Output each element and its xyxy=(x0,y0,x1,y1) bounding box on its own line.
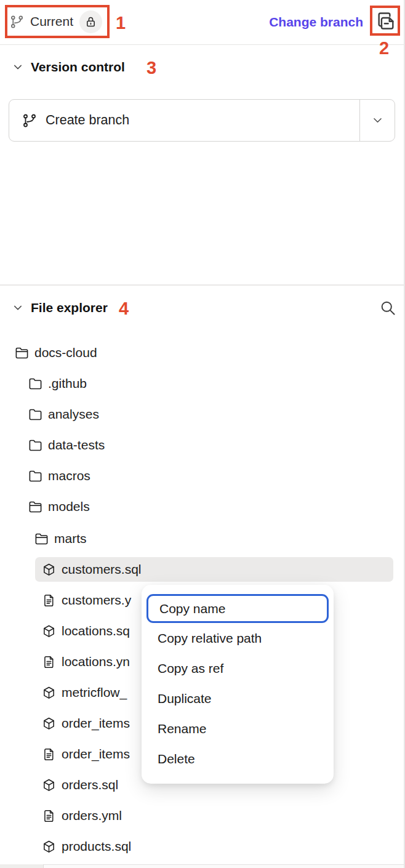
yml-file-icon xyxy=(42,593,56,608)
menu-item-delete[interactable]: Delete xyxy=(142,744,334,774)
current-branch-selector[interactable]: Current xyxy=(10,9,102,34)
menu-item-rename[interactable]: Rename xyxy=(142,713,334,744)
tree-row-analyses[interactable]: analyses xyxy=(0,399,404,430)
tree-row-orders-yml[interactable]: orders.yml xyxy=(0,800,404,831)
git-branch-icon xyxy=(22,113,37,128)
file-search-button[interactable] xyxy=(376,296,399,319)
annotation-number-1: 1 xyxy=(116,13,126,33)
model-cube-icon xyxy=(42,563,56,577)
bottom-panel-edge xyxy=(0,864,405,868)
menu-item-copy-relative-path[interactable]: Copy relative path xyxy=(142,623,334,653)
tree-row-marts[interactable]: marts xyxy=(0,523,404,554)
branch-name-label: Current xyxy=(30,14,73,29)
tree-row-github[interactable]: .github xyxy=(0,368,404,399)
chevron-down-icon xyxy=(372,115,383,126)
file-explorer-section-header[interactable]: File explorer xyxy=(0,297,405,318)
folder-open-icon xyxy=(34,532,49,546)
file-context-menu: Copy name Copy relative path Copy as ref… xyxy=(142,585,334,784)
model-cube-icon xyxy=(42,717,56,731)
annotation-number-3: 3 xyxy=(146,58,156,78)
tree-row-products-sql[interactable]: products.sql xyxy=(0,831,404,862)
branch-header: Current Change branch xyxy=(0,0,405,44)
model-cube-icon xyxy=(42,840,56,854)
version-control-title: Version control xyxy=(31,60,125,74)
ide-sidebar: Current Change branch Version control Cr xyxy=(0,0,405,868)
change-branch-link[interactable]: Change branch xyxy=(269,15,363,30)
folder-icon xyxy=(28,377,42,391)
tree-row-models[interactable]: models xyxy=(0,491,404,522)
chevron-down-icon xyxy=(12,62,23,73)
tree-row-macros[interactable]: macros xyxy=(0,460,404,491)
create-branch-button[interactable]: Create branch xyxy=(9,100,359,141)
annotation-number-2: 2 xyxy=(379,38,389,58)
section-divider xyxy=(0,284,405,286)
branch-lock-badge xyxy=(79,10,102,33)
model-cube-icon xyxy=(42,778,56,792)
version-control-section-header[interactable]: Version control xyxy=(0,57,405,78)
folder-open-icon xyxy=(15,346,29,360)
tree-row-data-tests[interactable]: data-tests xyxy=(0,430,404,460)
file-explorer-title: File explorer xyxy=(31,300,108,315)
git-branch-icon xyxy=(10,15,24,29)
model-cube-icon xyxy=(42,624,56,638)
menu-item-copy-as-ref[interactable]: Copy as ref xyxy=(142,653,334,683)
chevron-down-icon xyxy=(12,302,23,313)
yml-file-icon xyxy=(42,809,56,823)
menu-item-duplicate[interactable]: Duplicate xyxy=(142,683,334,713)
yml-file-icon xyxy=(42,655,56,669)
folder-open-icon xyxy=(28,500,42,514)
scrollbar-thumb[interactable] xyxy=(0,864,44,868)
annotation-number-4: 4 xyxy=(119,299,129,319)
create-branch-split-button: Create branch xyxy=(9,99,395,142)
model-cube-icon xyxy=(42,686,56,700)
folder-icon xyxy=(28,438,42,452)
header-divider xyxy=(0,44,405,45)
search-icon xyxy=(379,299,396,316)
folder-icon xyxy=(28,408,42,422)
branch-actions-dropdown-toggle[interactable] xyxy=(360,100,395,141)
menu-item-copy-name[interactable]: Copy name xyxy=(146,594,329,623)
create-branch-label: Create branch xyxy=(46,113,129,128)
yml-file-icon xyxy=(42,747,56,762)
copy-icon xyxy=(375,10,396,31)
tree-row-customers-sql[interactable]: customers.sql xyxy=(0,554,404,585)
folder-icon xyxy=(28,469,42,483)
tree-row-docs-cloud[interactable]: docs-cloud xyxy=(0,337,404,368)
copy-file-contents-button[interactable] xyxy=(374,9,398,33)
lock-icon xyxy=(84,15,97,28)
